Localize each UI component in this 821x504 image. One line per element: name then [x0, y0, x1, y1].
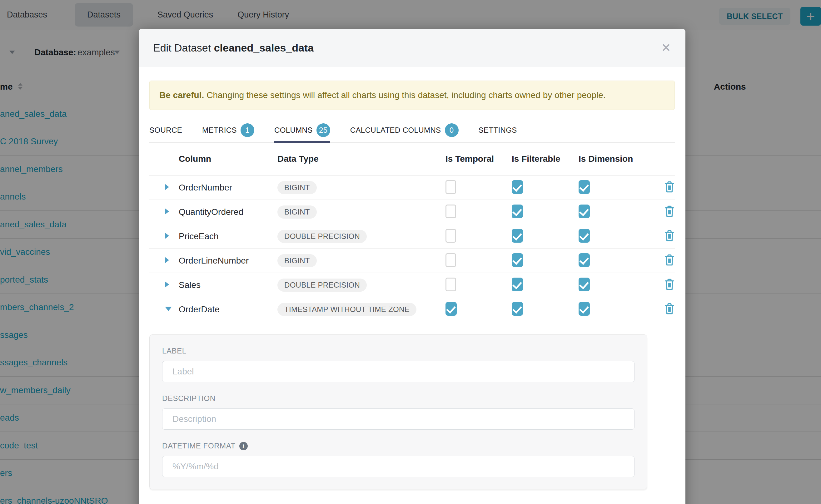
- expand-caret-icon: [165, 184, 169, 190]
- delete-column-button[interactable]: [664, 205, 675, 219]
- data-type-header: Data Type: [277, 154, 446, 164]
- warning-banner: Be careful. Changing these settings will…: [149, 81, 675, 110]
- delete-column-button[interactable]: [664, 230, 675, 243]
- modal-title: Edit Dataset cleaned_sales_data: [153, 42, 314, 54]
- data-type-pill: DOUBLE PRECISION: [277, 279, 367, 292]
- tab-count-badge: 1: [240, 123, 254, 137]
- is-temporal-header: Is Temporal: [446, 154, 512, 164]
- data-type-pill: BIGINT: [277, 205, 317, 219]
- checkbox-unchecked[interactable]: [446, 180, 456, 194]
- trash-icon: [664, 278, 675, 291]
- expand-row-button[interactable]: [165, 208, 179, 216]
- column-name: OrderNumber: [179, 183, 277, 193]
- tab-source[interactable]: SOURCE: [149, 118, 182, 142]
- column-name: OrderDate: [179, 304, 277, 314]
- column-name: PriceEach: [179, 231, 277, 241]
- is-filterable-header: Is Filterable: [512, 154, 579, 164]
- checkbox-checked[interactable]: [512, 180, 523, 194]
- column-name: OrderLineNumber: [179, 256, 277, 266]
- label-input[interactable]: [162, 361, 635, 382]
- checkbox-unchecked[interactable]: [446, 278, 456, 291]
- trash-icon: [664, 205, 675, 218]
- modal-title-prefix: Edit Dataset: [153, 42, 211, 54]
- column-row: OrderLineNumber BIGINT: [149, 249, 675, 273]
- tab-metrics[interactable]: METRICS1: [202, 118, 254, 142]
- expand-caret-icon: [165, 257, 169, 263]
- data-type-pill: BIGINT: [277, 181, 317, 194]
- checkbox-unchecked[interactable]: [446, 229, 456, 243]
- tab-label: SETTINGS: [479, 126, 517, 135]
- checkbox-checked[interactable]: [579, 205, 590, 218]
- delete-column-button[interactable]: [664, 254, 675, 268]
- checkbox-checked[interactable]: [512, 302, 523, 316]
- column-row: Sales DOUBLE PRECISION: [149, 273, 675, 297]
- column-header: Column: [179, 154, 277, 164]
- expand-caret-icon: [165, 208, 169, 215]
- description-input[interactable]: [162, 408, 635, 430]
- expand-row-button[interactable]: [165, 184, 179, 191]
- expand-row-button[interactable]: [165, 257, 179, 264]
- label-field-group: LABEL: [162, 347, 635, 382]
- data-type-pill: DOUBLE PRECISION: [277, 230, 367, 243]
- column-name: QuantityOrdered: [179, 207, 277, 217]
- data-type-pill: BIGINT: [277, 254, 317, 267]
- tab-count-badge: 0: [445, 123, 459, 137]
- tab-label: METRICS: [202, 126, 237, 135]
- modal-tabs: SOURCEMETRICS1COLUMNS25CALCULATED COLUMN…: [149, 118, 675, 143]
- columns-table-body: OrderNumber BIGINT QuantityOrdered BIGIN…: [149, 175, 675, 322]
- trash-icon: [664, 303, 675, 315]
- datetime-format-input[interactable]: [162, 456, 635, 477]
- app-root: DatabasesDatasetsSaved QueriesQuery Hist…: [0, 0, 821, 504]
- close-icon[interactable]: ✕: [661, 42, 671, 54]
- checkbox-checked[interactable]: [512, 278, 523, 291]
- datetime-format-field-label: DATETIME FORMAT i: [162, 442, 635, 450]
- expand-caret-icon: [165, 233, 169, 239]
- tab-calculated-columns[interactable]: CALCULATED COLUMNS0: [350, 118, 459, 142]
- trash-icon: [664, 181, 675, 193]
- delete-column-button[interactable]: [664, 303, 675, 316]
- tab-settings[interactable]: SETTINGS: [479, 118, 517, 142]
- warning-bold: Be careful.: [159, 90, 204, 100]
- column-row: QuantityOrdered BIGINT: [149, 200, 675, 224]
- info-icon[interactable]: i: [239, 442, 248, 450]
- description-field-group: DESCRIPTION: [162, 394, 635, 430]
- column-row: OrderNumber BIGINT: [149, 175, 675, 200]
- checkbox-checked[interactable]: [579, 253, 590, 267]
- tab-label: CALCULATED COLUMNS: [350, 126, 441, 135]
- columns-table-header: Column Data Type Is Temporal Is Filterab…: [149, 143, 675, 175]
- datetime-format-field-group: DATETIME FORMAT i: [162, 442, 635, 477]
- checkbox-checked[interactable]: [579, 278, 590, 291]
- edit-dataset-modal: Edit Dataset cleaned_sales_data ✕ Be car…: [139, 29, 685, 504]
- delete-column-button[interactable]: [664, 278, 675, 292]
- trash-icon: [664, 230, 675, 242]
- column-row: OrderDate TIMESTAMP WITHOUT TIME ZONE: [149, 297, 675, 322]
- is-dimension-header: Is Dimension: [579, 154, 657, 164]
- label-field-label: LABEL: [162, 347, 635, 355]
- checkbox-checked[interactable]: [579, 180, 590, 194]
- checkbox-checked[interactable]: [512, 229, 523, 243]
- trash-icon: [664, 254, 675, 266]
- checkbox-checked[interactable]: [512, 205, 523, 218]
- tab-columns[interactable]: COLUMNS25: [274, 118, 330, 142]
- column-row: PriceEach DOUBLE PRECISION: [149, 224, 675, 249]
- modal-title-dataset: cleaned_sales_data: [214, 42, 314, 54]
- checkbox-unchecked[interactable]: [446, 205, 456, 218]
- tab-label: COLUMNS: [274, 126, 313, 135]
- expand-row-button[interactable]: [165, 233, 179, 240]
- collapse-row-button[interactable]: [165, 307, 179, 312]
- modal-body: Be careful. Changing these settings will…: [139, 81, 685, 489]
- column-detail-panel: LABEL DESCRIPTION DATETIME FORMAT i: [149, 334, 647, 489]
- expand-row-button[interactable]: [165, 281, 179, 289]
- warning-text: Changing these settings will affect all …: [206, 90, 606, 100]
- checkbox-checked[interactable]: [579, 302, 590, 316]
- data-type-pill: TIMESTAMP WITHOUT TIME ZONE: [277, 303, 417, 316]
- expand-caret-icon: [165, 281, 169, 288]
- checkbox-checked[interactable]: [579, 229, 590, 243]
- checkbox-unchecked[interactable]: [446, 253, 456, 267]
- checkbox-checked[interactable]: [446, 302, 457, 316]
- checkbox-checked[interactable]: [512, 253, 523, 267]
- tab-label: SOURCE: [149, 126, 182, 135]
- column-name: Sales: [179, 280, 277, 290]
- delete-column-button[interactable]: [664, 181, 675, 195]
- collapse-caret-icon: [165, 307, 172, 311]
